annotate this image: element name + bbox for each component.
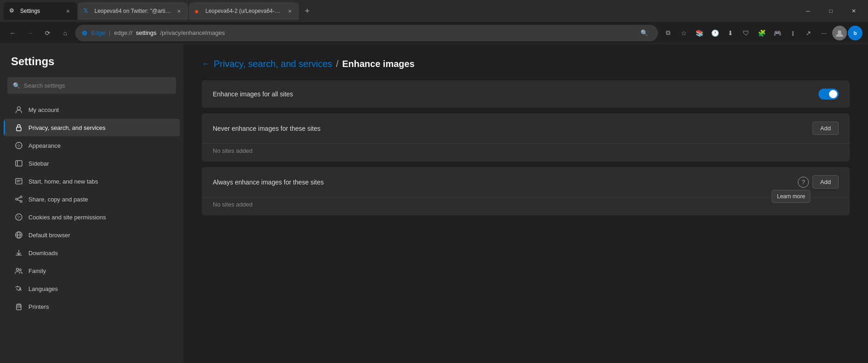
family-icon <box>15 267 23 275</box>
sidebar-item-appearance[interactable]: Appearance <box>4 137 180 154</box>
address-path: settings <box>136 29 157 36</box>
sidebar-item-my-account[interactable]: My account <box>4 101 180 118</box>
never-enhance-row: Never enhance images for these sites Add <box>202 113 850 143</box>
sidebar-title: Settings <box>0 55 183 77</box>
svg-point-16 <box>17 268 19 271</box>
breadcrumb-back-button[interactable]: ← <box>202 59 210 69</box>
svg-point-7 <box>20 196 22 198</box>
address-protocol: edge:// <box>114 29 133 36</box>
always-enhance-help-icon[interactable]: ? Learn more <box>798 177 809 188</box>
enhance-all-card: Enhance images for all sites <box>202 80 850 108</box>
split-screen-icon[interactable]: ⧉ <box>661 26 675 40</box>
minimize-button[interactable]: ─ <box>797 4 818 18</box>
default-browser-label: Default browser <box>28 232 70 239</box>
always-enhance-actions: ? Learn more Add <box>798 175 839 189</box>
never-enhance-add-button[interactable]: Add <box>813 122 839 135</box>
svg-rect-18 <box>17 307 21 310</box>
appearance-icon <box>15 141 23 150</box>
family-label: Family <box>28 268 46 274</box>
profile-avatar-icon <box>835 28 844 38</box>
appearance-label: Appearance <box>28 142 61 149</box>
sidebar-item-cookies[interactable]: Cookies and site permissions <box>4 208 180 226</box>
printers-icon <box>15 302 23 311</box>
content-area: ← Privacy, search, and services / Enhanc… <box>183 44 868 363</box>
settings-tab-title: Settings <box>20 8 61 14</box>
share-copy-icon <box>15 195 23 203</box>
enhance-all-toggle[interactable] <box>818 89 839 100</box>
reddit-tab-title: Leopeva64-2 (u/Leopeva64-2) - ... <box>205 8 282 14</box>
share-copy-label: Share, copy and paste <box>28 196 88 203</box>
breadcrumb: ← Privacy, search, and services / Enhanc… <box>202 59 850 69</box>
forward-button[interactable]: → <box>23 26 38 40</box>
svg-point-17 <box>19 269 21 271</box>
sidebar-item-downloads[interactable]: Downloads <box>4 244 180 262</box>
more-actions-icon[interactable]: ··· <box>817 26 831 40</box>
bing-button[interactable]: b <box>848 26 862 40</box>
favorites-icon[interactable]: ☆ <box>676 26 691 40</box>
svg-point-20 <box>20 306 21 307</box>
default-browser-icon <box>15 231 23 239</box>
sidebar-icon[interactable]: ⫿ <box>785 26 800 40</box>
downloads-label: Downloads <box>28 250 58 257</box>
start-home-label: Start, home, and new tabs <box>28 178 98 185</box>
profile-button[interactable] <box>832 26 847 40</box>
sidebar-item-printers[interactable]: Printers <box>4 298 180 315</box>
games-icon[interactable]: 🎮 <box>770 26 785 40</box>
svg-point-1 <box>17 107 21 110</box>
never-enhance-label: Never enhance images for these sites <box>213 125 813 132</box>
svg-rect-6 <box>16 179 22 184</box>
tab-settings[interactable]: ⚙ Settings ✕ <box>4 2 77 20</box>
search-settings-icon: 🔍 <box>13 82 20 89</box>
close-button[interactable]: ✕ <box>843 4 864 18</box>
twitter-tab-close[interactable]: ✕ <box>175 7 182 15</box>
tab-reddit[interactable]: ● Leopeva64-2 (u/Leopeva64-2) - ... ✕ <box>189 2 299 20</box>
settings-sidebar: Settings 🔍 Search settings My account Pr… <box>0 44 183 363</box>
search-settings-box[interactable]: 🔍 Search settings <box>7 77 176 94</box>
search-icon[interactable]: 🔍 <box>637 26 652 40</box>
search-settings-placeholder: Search settings <box>24 82 65 89</box>
sidebar-nav-label: Sidebar <box>28 160 49 167</box>
svg-point-0 <box>838 30 841 34</box>
back-button[interactable]: ← <box>6 26 20 40</box>
address-bar[interactable]: ⊕ Edge | edge://settings/privacy/enhance… <box>75 25 658 41</box>
cookies-label: Cookies and site permissions <box>28 214 106 221</box>
twitter-tab-title: Leopeva64 on Twitter: "@artifici... <box>94 8 171 14</box>
history-icon[interactable]: 🕐 <box>708 26 722 40</box>
sidebar-item-family[interactable]: Family <box>4 262 180 279</box>
sidebar-item-start-home[interactable]: Start, home, and new tabs <box>4 173 180 190</box>
breadcrumb-separator: / <box>336 59 339 69</box>
collections-icon[interactable]: 📚 <box>692 26 707 40</box>
svg-point-10 <box>16 214 22 220</box>
sidebar-item-share-copy[interactable]: Share, copy and paste <box>4 190 180 208</box>
always-enhance-label: Always enhance images for these sites <box>213 179 798 186</box>
window-controls: ─ □ ✕ <box>797 4 864 18</box>
sidebar-item-languages[interactable]: Languages <box>4 280 180 297</box>
refresh-button[interactable]: ⟳ <box>40 26 55 40</box>
svg-rect-4 <box>16 161 22 166</box>
sidebar-item-privacy[interactable]: Privacy, search, and services <box>4 119 180 136</box>
title-bar: ⚙ Settings ✕ 𝕏 Leopeva64 on Twitter: "@a… <box>0 0 868 22</box>
maximize-button[interactable]: □ <box>820 4 841 18</box>
share-icon[interactable]: ↗ <box>801 26 816 40</box>
new-tab-button[interactable]: + <box>300 4 315 18</box>
enhance-all-label: Enhance images for all sites <box>213 90 818 98</box>
browser-essentials-icon[interactable]: 🛡 <box>739 26 753 40</box>
sidebar-item-sidebar[interactable]: Sidebar <box>4 155 180 172</box>
never-enhance-empty-text: No sites added <box>202 143 850 162</box>
address-divider: | <box>109 29 110 36</box>
settings-tab-close[interactable]: ✕ <box>64 7 72 15</box>
tab-twitter[interactable]: 𝕏 Leopeva64 on Twitter: "@artifici... ✕ <box>78 2 188 20</box>
nav-bar: ← → ⟳ ⌂ ⊕ Edge | edge://settings/privacy… <box>0 22 868 44</box>
breadcrumb-parent-link[interactable]: Privacy, search, and services <box>214 59 332 69</box>
downloads-icon[interactable]: ⬇ <box>723 26 738 40</box>
tab-bar: ⚙ Settings ✕ 𝕏 Leopeva64 on Twitter: "@a… <box>4 0 796 22</box>
svg-point-11 <box>17 216 18 217</box>
languages-label: Languages <box>28 285 58 292</box>
twitter-tab-icon: 𝕏 <box>83 7 91 15</box>
extensions-icon[interactable]: 🧩 <box>754 26 769 40</box>
reddit-tab-close[interactable]: ✕ <box>286 7 293 15</box>
always-enhance-add-button[interactable]: Add <box>813 175 839 189</box>
reddit-tab-icon: ● <box>194 7 202 15</box>
home-button[interactable]: ⌂ <box>58 26 72 40</box>
sidebar-item-default-browser[interactable]: Default browser <box>4 226 180 244</box>
